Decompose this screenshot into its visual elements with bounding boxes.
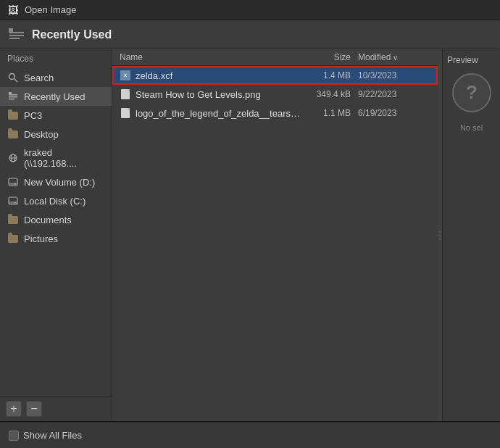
sidebar-item-new-volume[interactable]: New Volume (D:) [0, 173, 112, 191]
sidebar-item-documents-label: Documents [24, 215, 72, 225]
preview-no-selection-text: No sel [460, 123, 483, 132]
folder-icon-documents [7, 214, 19, 225]
file-name-steam-png: Steam How to Get Levels.png [136, 89, 300, 100]
sidebar-item-desktop-label: Desktop [24, 129, 59, 140]
sidebar-item-local-disk-label: Local Disk (C:) [24, 196, 86, 207]
file-date-steam-png: 9/22/2023 [358, 89, 430, 99]
svg-rect-1 [9, 35, 24, 36]
xcf-file-icon: X [120, 70, 131, 81]
svg-rect-2 [9, 38, 20, 39]
svg-point-18 [14, 202, 16, 204]
show-all-files-label: Show All Files [23, 430, 82, 441]
file-area: Name Size Modified ∨ X zelda.xcf 1.4 MB … [112, 49, 438, 421]
file-name-zelda-xcf: zelda.xcf [136, 70, 300, 81]
network-icon [7, 152, 19, 164]
svg-rect-3 [9, 28, 13, 33]
bottom-bar: Show All Files [0, 422, 500, 448]
preview-label: Preview [447, 55, 478, 65]
drive-icon-d [7, 176, 19, 188]
preview-question-icon: ? [451, 72, 492, 113]
file-row-zelda-logo[interactable]: logo_of_the_legend_of_zelda__tears_of_th… [112, 104, 438, 123]
drive-icon-c [7, 195, 19, 207]
show-all-files-checkbox-area[interactable]: Show All Files [9, 430, 82, 441]
sidebar-bottom-buttons: + − [0, 396, 112, 421]
svg-line-5 [14, 79, 17, 82]
recently-used-icon [9, 27, 25, 43]
preview-icon-area: ? [450, 71, 493, 115]
file-date-zelda-logo: 6/19/2023 [358, 108, 430, 118]
resize-dots [439, 231, 441, 240]
sidebar-item-documents[interactable]: Documents [0, 210, 112, 229]
title-bar-text: Open Image [25, 4, 77, 15]
svg-point-15 [14, 183, 16, 185]
png-file-icon-2 [120, 107, 131, 119]
sidebar-item-pc3-label: PC3 [24, 110, 42, 121]
svg-rect-7 [9, 96, 17, 98]
sidebar-item-recently-used[interactable]: Recently Used [0, 87, 112, 106]
file-name-zelda-logo: logo_of_the_legend_of_zelda__tears_of_th… [136, 108, 300, 119]
show-all-files-checkbox[interactable] [9, 431, 19, 441]
sidebar-item-pictures-label: Pictures [24, 233, 58, 244]
folder-icon-pictures [7, 233, 19, 244]
sidebar-item-recently-used-label: Recently Used [24, 91, 86, 102]
svg-rect-9 [9, 92, 12, 95]
dialog-header: Recently Used [0, 20, 500, 49]
sort-arrow-icon: ∨ [393, 54, 398, 62]
sidebar-item-search-label: Search [24, 72, 54, 83]
preview-panel: Preview ? No sel [442, 49, 500, 421]
sidebar-item-kraked[interactable]: kraked (\\192.168.... [0, 144, 112, 173]
sidebar-item-pc3[interactable]: PC3 [0, 106, 112, 125]
sidebar-item-pictures[interactable]: Pictures [0, 229, 112, 248]
folder-icon-desktop [7, 128, 19, 140]
title-bar-icon: 🖼 [7, 4, 19, 16]
column-size[interactable]: Size [300, 52, 358, 62]
sidebar-item-local-disk[interactable]: Local Disk (C:) [0, 191, 112, 210]
add-location-button[interactable]: + [6, 401, 22, 417]
column-modified[interactable]: Modified ∨ [358, 52, 430, 62]
file-size-zelda-logo: 1.1 MB [300, 108, 358, 118]
dialog-title: Recently Used [32, 28, 112, 41]
remove-location-button[interactable]: − [26, 401, 42, 417]
main-container: Places Search Recently Used [0, 49, 500, 422]
file-list: X zelda.xcf 1.4 MB 10/3/2023 Steam How t… [112, 66, 438, 421]
sidebar-item-desktop[interactable]: Desktop [0, 125, 112, 144]
sidebar-header: Places [0, 49, 112, 68]
sidebar-item-search[interactable]: Search [0, 68, 112, 87]
sidebar-item-kraked-label: kraked (\\192.168.... [24, 147, 104, 169]
title-bar: 🖼 Open Image [0, 0, 500, 20]
column-name[interactable]: Name [120, 52, 300, 62]
file-row-zelda-xcf[interactable]: X zelda.xcf 1.4 MB 10/3/2023 [112, 66, 438, 85]
file-date-zelda-xcf: 10/3/2023 [358, 70, 430, 80]
file-size-steam-png: 349.4 kB [300, 89, 358, 99]
file-list-header: Name Size Modified ∨ [112, 49, 438, 66]
sidebar-item-new-volume-label: New Volume (D:) [24, 177, 95, 188]
folder-icon-pc3 [7, 109, 19, 121]
svg-rect-8 [9, 99, 14, 100]
svg-point-4 [9, 74, 15, 80]
file-size-zelda-xcf: 1.4 MB [300, 70, 358, 80]
svg-text:?: ? [466, 81, 478, 103]
file-row-steam-png[interactable]: Steam How to Get Levels.png 349.4 kB 9/2… [112, 85, 438, 104]
search-icon [7, 72, 19, 83]
recently-used-sidebar-icon [7, 91, 19, 102]
png-file-icon [120, 88, 131, 100]
sidebar: Places Search Recently Used [0, 49, 112, 421]
